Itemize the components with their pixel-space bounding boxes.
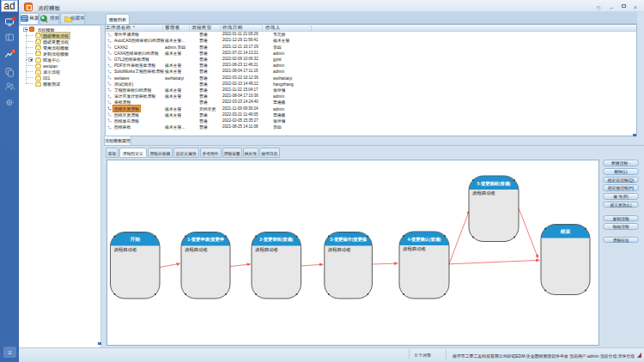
svg-text:流程启动者: 流程启动者	[185, 246, 209, 253]
svg-text:5: 5	[13, 50, 15, 53]
svg-text:1-变更申请(变更申: 1-变更申请(变更申	[187, 236, 224, 242]
svg-text:结束: 结束	[561, 227, 571, 235]
svg-text:流程启动者: 流程启动者	[255, 246, 279, 253]
svg-text:3-变更操作(变更操: 3-变更操作(变更操	[330, 236, 367, 242]
svg-text:2-变更审核(普通): 2-变更审核(普通)	[259, 236, 293, 242]
svg-text:流程启动者: 流程启动者	[403, 245, 427, 252]
svg-text:4-变更确认(普通): 4-变更确认(普通)	[407, 236, 440, 242]
svg-text:流程启动者: 流程启动者	[114, 246, 138, 253]
svg-text:5-变更图纸(普通): 5-变更图纸(普通)	[477, 180, 510, 186]
svg-text:流程启动者: 流程启动者	[472, 190, 496, 196]
svg-text:流程启动者: 流程启动者	[328, 246, 352, 253]
svg-text:开始: 开始	[130, 235, 140, 243]
